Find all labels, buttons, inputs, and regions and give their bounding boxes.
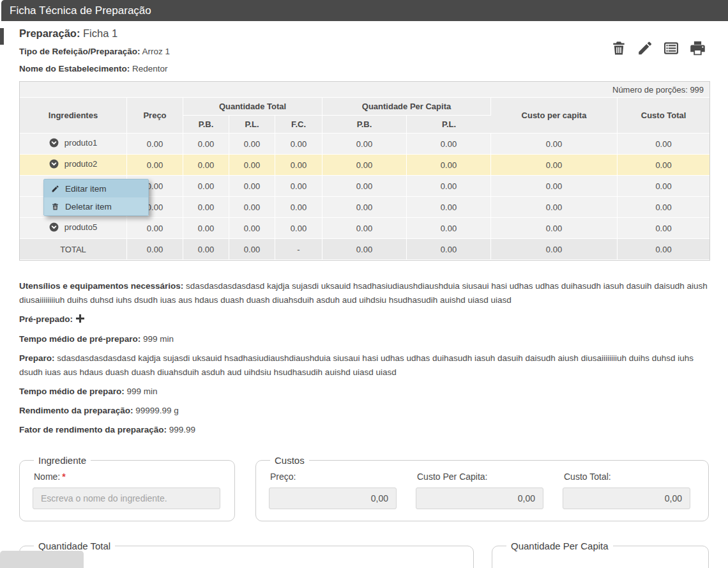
preco-label: Preço: <box>270 472 397 482</box>
establishment-line: Nome do Estabelecimento: Redentor <box>19 64 170 73</box>
preparation-info: Preparação: Ficha 1 Tipo de Refeição/Pre… <box>19 27 170 81</box>
col-preco: Preço <box>127 98 183 134</box>
value-cell: 0.00 <box>229 197 275 218</box>
value-cell: 0.00 <box>127 155 183 176</box>
value-cell: 0.00 <box>183 134 229 155</box>
total-value: 0.00 <box>229 239 275 260</box>
col-pb-per-capita: P.B. <box>322 116 407 134</box>
context-menu-item-edit[interactable]: Editar item <box>44 180 148 197</box>
section-rendimento: Rendimento da preparação: 99999.99 g <box>19 404 710 418</box>
total-value: 0.00 <box>618 239 709 260</box>
value-cell: 0.00 <box>491 155 618 176</box>
value-cell: 0.00 <box>275 176 322 197</box>
section-value: 999 min <box>143 334 174 344</box>
value-cell: 0.00 <box>322 134 407 155</box>
custo-per-capita-input[interactable] <box>416 487 543 509</box>
value-cell: 0.00 <box>275 134 322 155</box>
value-cell: 0.00 <box>322 218 407 239</box>
value-cell: 0.00 <box>491 176 618 197</box>
ingredient-cell: produto2 <box>20 155 127 176</box>
preco-input[interactable] <box>269 487 397 509</box>
value-cell: 0.00 <box>183 197 229 218</box>
establishment-label: Nome do Estabelecimento: <box>19 64 130 73</box>
total-value: 0.00 <box>491 239 618 260</box>
value-cell: 0.00 <box>618 197 709 218</box>
section-pre-prepado: Pré-prepado: <box>19 312 710 327</box>
value-cell: 0.00 <box>183 176 229 197</box>
chevron-down-circle-icon[interactable] <box>49 222 59 232</box>
section-value: 999 min <box>127 387 158 396</box>
preparation-label: Preparação: <box>19 27 80 39</box>
chevron-down-circle-icon[interactable] <box>49 138 59 148</box>
value-cell: 0.00 <box>618 134 709 155</box>
value-cell: 0.00 <box>229 134 275 155</box>
value-cell: 0.00 <box>127 218 183 239</box>
nome-label: Nome:* <box>34 472 222 482</box>
value-cell: 0.00 <box>407 155 491 176</box>
ingredient-cell: produto5 <box>20 218 127 239</box>
value-cell: 0.00 <box>407 197 491 218</box>
col-pl-per-capita: P.L. <box>407 116 491 134</box>
context-menu-item-delete[interactable]: Deletar item <box>44 197 148 215</box>
fieldset-custos: Custos Preço: Custo Per Capita: Custo To… <box>255 455 709 521</box>
col-quantidade-total: Quantidade Total <box>183 98 322 116</box>
printer-icon[interactable] <box>688 39 706 57</box>
chevron-down-circle-icon[interactable] <box>49 159 59 169</box>
value-cell: 0.00 <box>322 155 407 176</box>
plus-icon[interactable] <box>76 313 84 327</box>
trash-icon <box>51 203 59 211</box>
total-row: TOTAL 0.00 0.00 0.00 - 0.00 0.00 0.00 0.… <box>20 239 709 260</box>
section-label: Utensílios e equipamentos necessários: <box>19 281 183 291</box>
value-cell: 0.00 <box>183 155 229 176</box>
value-cell: 0.00 <box>491 218 618 239</box>
value-cell: 0.00 <box>322 176 407 197</box>
fieldset-quantidade-per-capita: Quantidade Per Capita Peso bruto: Peso l… <box>492 541 709 568</box>
trash-icon[interactable] <box>610 39 628 57</box>
value-cell: 0.00 <box>183 218 229 239</box>
value-cell: 0.00 <box>229 155 275 176</box>
ingredients-table-wrap: Número de porções: 999 Ingredientes Preç… <box>19 81 709 261</box>
value-cell: 0.00 <box>407 134 491 155</box>
section-label: Fator de rendimento da preparação: <box>19 425 167 434</box>
value-cell: 0.00 <box>229 176 275 197</box>
table-caption-row: Número de porções: 999 <box>20 82 709 98</box>
value-cell: 0.00 <box>618 155 709 176</box>
section-text: sdasdasdasdasdasd kajdja sujasdi uksauid… <box>19 353 694 377</box>
value-cell: 0.00 <box>407 176 491 197</box>
ingredient-name-input[interactable] <box>33 487 220 509</box>
section-fator-rendimento: Fator de rendimento da preparação: 999.9… <box>19 423 710 437</box>
col-fc-total: F.C. <box>275 116 322 134</box>
col-ingredientes: Ingredientes <box>20 98 127 134</box>
fieldset-ingrediente: Ingrediente Nome:* <box>19 455 235 521</box>
portions-caption: Número de porções: 999 <box>20 82 709 98</box>
ingredients-table: Número de porções: 999 Ingredientes Preç… <box>19 81 710 261</box>
value-cell: 0.00 <box>127 134 183 155</box>
page-title: Ficha Técnica de Preparação <box>1 0 728 21</box>
section-label: Preparo: <box>19 353 55 363</box>
total-value: 0.00 <box>127 239 183 260</box>
value-cell: 0.00 <box>491 197 618 218</box>
custo-total-label: Custo Total: <box>564 472 690 482</box>
left-edge-artifact <box>0 28 4 45</box>
section-tempo-pre-preparo: Tempo médio de pré-preparo: 999 min <box>19 332 710 346</box>
pencil-icon[interactable] <box>636 39 654 57</box>
list-icon[interactable] <box>662 39 680 57</box>
fieldset-legend: Ingrediente <box>34 455 91 466</box>
preparation-line: Preparação: Ficha 1 <box>19 27 170 40</box>
table-row: produto20.000.000.000.000.000.000.000.00 <box>20 155 709 176</box>
total-value: 0.00 <box>322 239 407 260</box>
fieldset-quantidade-total: Quantidade Total Peso líquido: Fator cor… <box>19 541 474 568</box>
custo-total-input[interactable] <box>563 487 690 509</box>
value-cell: 0.00 <box>275 218 322 239</box>
custos-fields: Preço: Custo Per Capita: Custo Total: <box>269 467 695 509</box>
establishment-value: Redentor <box>132 64 168 73</box>
total-value: - <box>275 239 322 260</box>
value-cell: 0.00 <box>407 218 491 239</box>
fieldset-legend: Quantidade Per Capita <box>506 541 613 551</box>
value-cell: 0.00 <box>491 134 618 155</box>
custo-per-capita-field: Custo Per Capita: <box>416 467 543 509</box>
custo-total-field: Custo Total: <box>563 467 690 509</box>
col-pb-total: P.B. <box>183 116 229 134</box>
ingredient-name: produto2 <box>64 159 97 169</box>
col-custo-total: Custo Total <box>618 98 709 134</box>
